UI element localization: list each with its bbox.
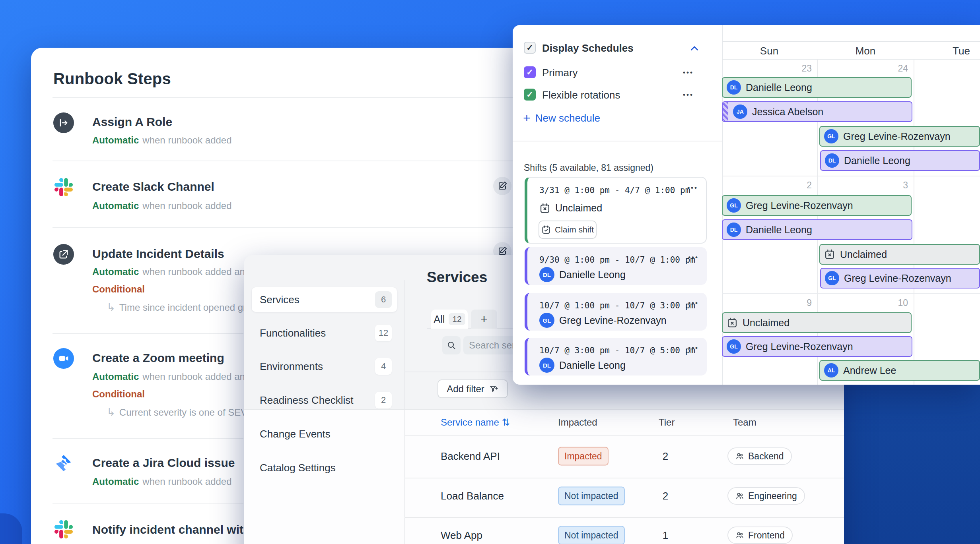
column-header-team: Team [733, 417, 756, 428]
calendar-event[interactable]: DL Danielle Leong [722, 77, 912, 98]
branch-icon: ↳ [107, 301, 115, 313]
step-trigger: Automaticwhen runbook added [92, 135, 232, 146]
team-icon [735, 452, 744, 461]
tab-all[interactable]: All 12 [431, 310, 468, 329]
calendar-event[interactable]: DL Danielle Leong [820, 150, 980, 171]
calendar-event-unclaimed[interactable]: Unclaimed [722, 312, 912, 333]
shift-status: Unclaimed [539, 202, 602, 214]
chevron-up-icon[interactable] [689, 43, 700, 54]
claim-shift-button[interactable]: Claim shift [539, 221, 597, 239]
calendar-event[interactable]: GL Greg Levine-Rozenvayn [820, 268, 980, 288]
day-header-sun: Sun [729, 45, 809, 57]
page-title: Runbook Steps [53, 70, 171, 88]
step-title: Create a Zoom meeting [92, 351, 224, 365]
divider [52, 97, 529, 98]
ellipsis-menu-icon[interactable]: ••• [683, 69, 694, 77]
ellipsis-menu-icon[interactable]: ••• [683, 91, 694, 99]
shift-card[interactable]: 3/31 @ 1:00 pm - 4/7 @ 1:00 pm ••• Uncla… [525, 177, 707, 244]
calendar-event-unclaimed[interactable]: Unclaimed [819, 244, 980, 265]
avatar: GL [824, 129, 838, 143]
services-title: Services [427, 269, 487, 286]
divider [722, 41, 980, 42]
date-label: 2 [780, 180, 812, 191]
step-trigger: Automaticwhen runbook added [92, 476, 232, 487]
divider [244, 409, 844, 410]
new-schedule-button[interactable]: + New schedule [523, 111, 600, 126]
edit-step-button[interactable] [493, 177, 511, 195]
condition-text: ↳Time since incident opened great [107, 301, 259, 314]
sidebar-item-environments[interactable]: Environments [260, 360, 323, 373]
service-name-cell: Backend API [441, 450, 500, 463]
team-icon [735, 492, 744, 500]
step-title: Update Incident Details [92, 247, 224, 261]
tier-cell: 1 [657, 529, 673, 542]
date-label: 10 [876, 298, 908, 308]
avatar: GL [727, 339, 741, 354]
divider [52, 503, 243, 504]
background-navy-block [840, 369, 980, 544]
step-title: Notify incident channel with [92, 523, 251, 536]
service-name-cell: Load Balance [441, 490, 504, 502]
calendar-event[interactable]: GL Greg Levine-Rozenvayn [722, 336, 912, 357]
ellipsis-menu-icon[interactable]: ••• [688, 344, 699, 352]
shift-card[interactable]: 10/7 @ 3:00 pm - 10/7 @ 5:00 pm ••• DL D… [525, 338, 707, 376]
sidebar-item-readiness-checklist[interactable]: Readiness Checklist [260, 394, 354, 407]
step-trigger: Automaticwhen runbook added and [92, 266, 250, 277]
slack-icon [53, 519, 74, 540]
sort-icon: ⇅ [502, 417, 509, 428]
team-pill[interactable]: Frontend [727, 527, 793, 544]
row-divider [404, 517, 844, 518]
tier-cell: 2 [657, 490, 673, 502]
calendar-event[interactable]: GL Greg Levine-Rozenvayn [722, 195, 912, 216]
column-header-service-name[interactable]: Service name ⇅ [441, 417, 510, 428]
branch-icon: ↳ [107, 406, 115, 418]
search-icon[interactable] [442, 336, 461, 354]
calendar-event[interactable]: GL Greg Levine-Rozenvayn [819, 126, 980, 147]
sidebar-count-badge: 6 [375, 291, 392, 308]
avatar: DL [539, 267, 554, 282]
display-schedules-checkbox[interactable]: ✓ [524, 42, 536, 54]
add-tab-button[interactable]: + [471, 310, 497, 329]
calendar-x-icon [539, 203, 550, 214]
step-title: Create a Jira Cloud issue [92, 456, 235, 470]
ellipsis-menu-icon[interactable]: ••• [688, 254, 699, 261]
arrow-from-bar-icon [53, 112, 74, 133]
slack-icon [53, 177, 74, 197]
date-label: 9 [780, 298, 812, 308]
funnel-plus-icon [489, 384, 499, 394]
background-corner-accent [0, 513, 22, 544]
status-badge: Not impacted [558, 487, 625, 505]
sidebar-item-change-events[interactable]: Change Events [260, 428, 331, 440]
arrow-up-right-square-icon [53, 244, 74, 265]
avatar: GL [727, 198, 741, 213]
calendar-event[interactable]: DL Danielle Leong [722, 219, 912, 240]
add-filter-button[interactable]: Add filter [438, 379, 508, 398]
sidebar-count-badge: 4 [375, 358, 392, 375]
sidebar-item-catalog-settings[interactable]: Catalog Settings [260, 462, 336, 474]
calendar-event[interactable]: JA Jessica Abelson [722, 101, 912, 122]
sidebar-item-functionalities[interactable]: Functionalities [260, 327, 326, 339]
shift-person: DL Danielle Leong [539, 267, 626, 282]
flexible-rotations-checkbox[interactable]: ✓ [524, 89, 536, 101]
ellipsis-menu-icon[interactable]: ••• [687, 184, 698, 192]
condition-text: ↳Current severity is one of SEV1, S [107, 406, 264, 418]
step-trigger: Automaticwhen runbook added and [92, 371, 250, 382]
ellipsis-menu-icon[interactable]: ••• [688, 299, 699, 307]
jira-icon [53, 452, 74, 473]
calendar-event[interactable]: AL Andrew Lee [819, 360, 980, 381]
schedule-label: Primary [542, 67, 578, 79]
shift-card[interactable]: 9/30 @ 1:00 pm - 10/7 @ 1:00 pm ••• DL D… [525, 247, 707, 285]
calendar-x-icon [727, 317, 738, 328]
team-pill[interactable]: Engineering [727, 487, 805, 505]
avatar: DL [727, 80, 741, 95]
sidebar-item-label[interactable]: Services [260, 294, 299, 306]
team-icon [735, 531, 744, 540]
avatar: JA [733, 105, 747, 119]
primary-schedule-checkbox[interactable]: ✓ [524, 66, 536, 78]
avatar: DL [825, 153, 839, 168]
team-pill[interactable]: Backend [727, 447, 792, 465]
avatar: DL [539, 358, 554, 373]
sidebar-count-badge: 12 [375, 325, 392, 341]
day-header-mon: Mon [826, 45, 905, 57]
shift-card[interactable]: 10/7 @ 1:00 pm - 10/7 @ 3:00 pm ••• GL G… [525, 293, 707, 331]
